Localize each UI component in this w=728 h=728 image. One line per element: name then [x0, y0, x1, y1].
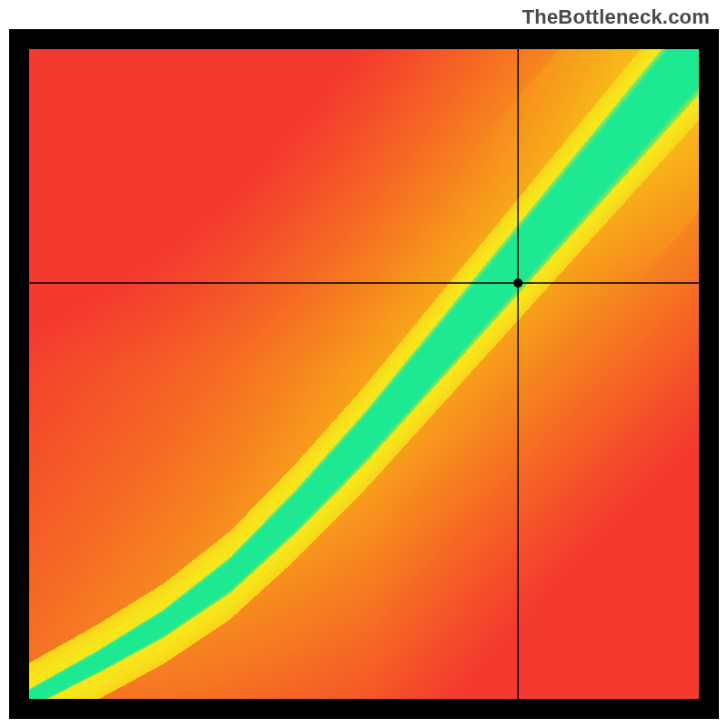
watermark-text: TheBottleneck.com	[522, 5, 710, 29]
chart-container: TheBottleneck.com	[0, 0, 728, 728]
heatmap-canvas	[0, 0, 728, 728]
